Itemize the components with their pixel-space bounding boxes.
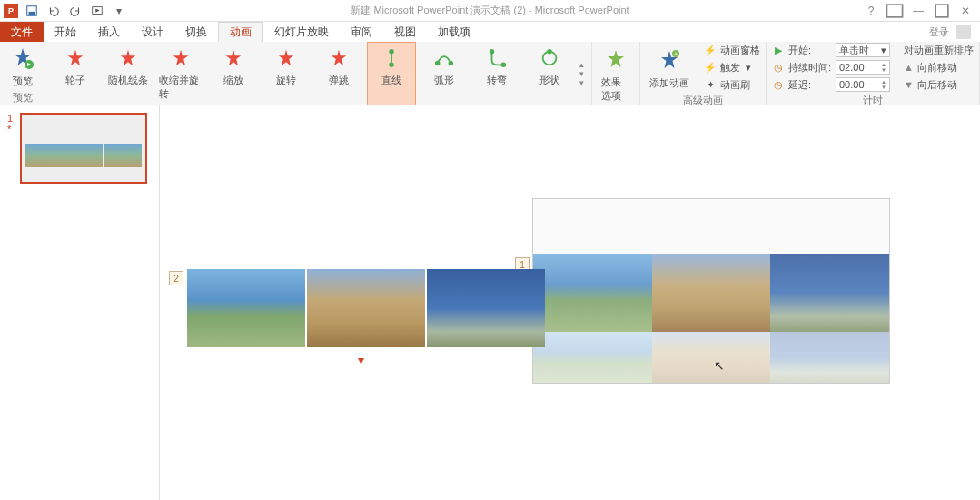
close-icon[interactable]: ✕ (955, 2, 976, 20)
duration-input[interactable]: 02.00▲▼ (836, 60, 890, 75)
redo-icon[interactable] (67, 3, 84, 19)
animation-painter-button[interactable]: ✦动画刷 (704, 76, 760, 93)
qat-dropdown-icon[interactable]: ▾ (111, 3, 127, 19)
slideshow-icon[interactable] (89, 3, 105, 19)
slide-indicator: * (7, 124, 16, 135)
delay-input[interactable]: 00.00▲▼ (836, 77, 890, 92)
ribbon-options-icon[interactable] (884, 2, 906, 20)
anim-wheel[interactable]: 轮子 (51, 42, 100, 105)
ribbon: 预览 预览 轮子 随机线条 收缩并旋转 缩放 旋转 弹跳 直线 弧形 转弯 形状… (0, 42, 980, 105)
anim-shape[interactable]: 形状 (525, 42, 574, 105)
svg-point-18 (490, 49, 495, 55)
add-animation-button[interactable]: + 添加动画 (640, 42, 698, 93)
svg-point-17 (449, 61, 454, 66)
anim-arc[interactable]: 弧形 (420, 42, 469, 105)
minimize-icon[interactable]: ― (907, 2, 929, 20)
trigger-button[interactable]: ⚡触发▾ (704, 59, 760, 75)
save-icon[interactable] (24, 3, 40, 19)
svg-text:+: + (674, 51, 678, 57)
slide-image-2[interactable] (307, 269, 425, 347)
painter-icon: ✦ (704, 78, 717, 91)
add-animation-label: 添加动画 (649, 76, 689, 90)
animation-preview-ghost: 1 (532, 198, 890, 384)
svg-point-16 (435, 61, 441, 66)
svg-point-15 (389, 63, 394, 68)
login-link[interactable]: 登录 (929, 25, 949, 39)
effect-options-label: 效果选项 (601, 75, 630, 103)
pane-icon: ⚡ (704, 44, 717, 56)
svg-rect-3 (886, 5, 902, 17)
help-icon[interactable]: ? (860, 2, 882, 20)
start-label: 开始: (788, 44, 832, 57)
svg-point-14 (389, 49, 394, 55)
tab-design[interactable]: 设计 (131, 22, 174, 42)
ribbon-tabs: 文件 开始 插入 设计 切换 动画 幻灯片放映 审阅 视图 加载项 登录 (0, 22, 980, 42)
app-icon: P (4, 4, 18, 18)
gallery-more-icon[interactable]: ▴▾▾ (578, 42, 586, 105)
tab-transitions[interactable]: 切换 (174, 22, 218, 42)
effect-options-button[interactable]: 效果选项 (591, 42, 639, 105)
svg-marker-11 (279, 50, 294, 65)
maximize-icon[interactable] (931, 2, 953, 20)
tab-view[interactable]: 视图 (383, 22, 427, 42)
svg-marker-9 (173, 50, 189, 65)
user-icon[interactable] (956, 25, 971, 39)
start-icon: ▶ (772, 45, 785, 56)
duration-label: 持续时间: (788, 61, 832, 75)
animation-pane-button[interactable]: ⚡动画窗格 (704, 42, 760, 58)
tab-addins[interactable]: 加载项 (427, 22, 481, 42)
move-earlier-button[interactable]: ▲向前移动 (904, 59, 974, 75)
svg-marker-10 (226, 50, 242, 65)
svg-marker-8 (121, 50, 136, 65)
svg-rect-1 (29, 11, 35, 15)
svg-point-19 (501, 63, 507, 68)
duration-icon: ◷ (772, 62, 785, 74)
tab-home[interactable]: 开始 (44, 22, 87, 42)
anim-line[interactable]: 直线 (367, 42, 416, 105)
slide-number: 1 (7, 113, 16, 124)
workspace: 1 * 1 2 (0, 105, 980, 500)
svg-marker-12 (332, 50, 347, 65)
animation-order-badge-2[interactable]: 2 (169, 271, 183, 285)
slide-content[interactable]: 2 (169, 269, 545, 347)
slide-thumbnail[interactable]: 1 * (7, 113, 152, 184)
anim-swivel[interactable]: 旋转 (262, 42, 311, 105)
tab-insert[interactable]: 插入 (87, 22, 131, 42)
tab-animations[interactable]: 动画 (218, 22, 263, 42)
move-later-button[interactable]: ▼向后移动 (904, 76, 974, 93)
slide-canvas[interactable]: 1 2 ▾ ↖ (160, 105, 980, 500)
tab-file[interactable]: 文件 (0, 22, 44, 42)
start-dropdown[interactable]: 单击时▾ (836, 43, 890, 57)
svg-point-21 (547, 49, 552, 55)
reorder-label: 对动画重新排序 (904, 42, 974, 58)
window-title: 新建 Microsoft PowerPoint 演示文稿 (2) - Micro… (351, 4, 629, 17)
preview-group-label: 预览 (0, 90, 45, 106)
slide-panel[interactable]: 1 * (0, 105, 160, 500)
window-controls: ? ― ✕ (860, 2, 976, 20)
animation-gallery[interactable]: 轮子 随机线条 收缩并旋转 缩放 旋转 弹跳 直线 弧形 转弯 形状 ▴▾▾ (45, 42, 591, 105)
svg-marker-22 (608, 50, 624, 67)
anim-bounce[interactable]: 弹跳 (314, 42, 363, 105)
slide-image-3[interactable] (427, 269, 545, 347)
delay-icon: ◷ (772, 79, 785, 91)
anim-zoom[interactable]: 缩放 (209, 42, 258, 105)
undo-icon[interactable] (45, 3, 62, 19)
slide-image-1[interactable] (187, 269, 305, 347)
path-end-marker-icon: ▾ (358, 353, 364, 367)
qat: P ▾ (0, 3, 127, 19)
trigger-icon: ⚡ (704, 61, 717, 74)
svg-rect-4 (935, 5, 948, 17)
tab-review[interactable]: 审阅 (340, 22, 383, 42)
anim-random-bars[interactable]: 随机线条 (104, 42, 153, 105)
title-bar: P ▾ 新建 Microsoft PowerPoint 演示文稿 (2) - M… (0, 0, 980, 22)
delay-label: 延迟: (788, 78, 832, 92)
preview-label: 预览 (13, 75, 33, 88)
preview-button[interactable]: 预览 (0, 42, 45, 90)
cursor-icon: ↖ (714, 358, 725, 373)
anim-grow-turn[interactable]: 收缩并旋转 (156, 42, 205, 105)
thumbnail-image[interactable] (20, 113, 147, 184)
tab-slideshow[interactable]: 幻灯片放映 (263, 22, 340, 42)
svg-marker-7 (68, 50, 84, 65)
anim-turn[interactable]: 转弯 (472, 42, 521, 105)
